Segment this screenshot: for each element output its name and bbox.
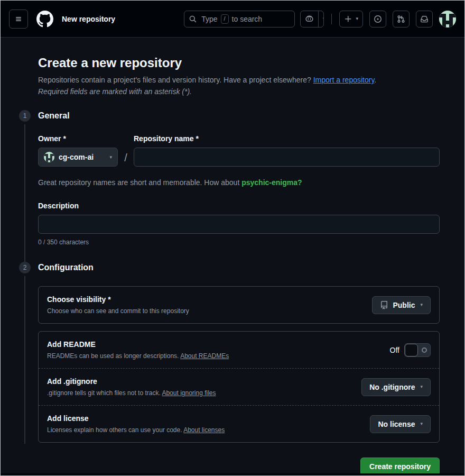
repo-icon — [380, 301, 388, 309]
header-divider — [331, 14, 332, 24]
license-select[interactable]: No license ▾ — [370, 415, 431, 433]
chevron-down-icon: ▾ — [420, 385, 423, 389]
chevron-down-icon: ▾ — [109, 155, 112, 160]
chevron-down-icon: ▾ — [420, 303, 423, 307]
visibility-label: Choose visibility * — [47, 295, 189, 304]
owner-repo-separator: / — [118, 152, 134, 167]
page-intro: Repositories contain a project's files a… — [38, 75, 440, 86]
suggested-name-link[interactable]: psychic-enigma — [241, 178, 297, 187]
toggle-knob — [405, 344, 418, 356]
init-options-card: Add README READMEs can be used as longer… — [38, 331, 440, 443]
owner-avatar — [44, 152, 54, 162]
footer-strip — [1, 473, 464, 475]
chevron-down-icon: ▾ — [420, 422, 423, 426]
user-avatar[interactable] — [439, 11, 456, 28]
section-configuration: 2 Configuration Choose visibility * Choo… — [19, 262, 440, 473]
issues-button[interactable] — [369, 11, 386, 28]
repository-name-input[interactable] — [134, 148, 440, 167]
app-header: New repository Type / to search — [1, 1, 464, 38]
readme-toggle[interactable] — [404, 343, 431, 357]
create-new-button[interactable]: ▾ — [339, 11, 363, 28]
chevron-down-icon: ▾ — [356, 16, 358, 21]
gitignore-description: .gitignore tells git which files not to … — [47, 389, 216, 397]
license-row: Add license Licenses explain how others … — [39, 405, 439, 442]
copilot-icon — [305, 14, 314, 23]
description-input[interactable] — [38, 215, 440, 234]
inbox-icon — [420, 15, 429, 23]
plus-icon — [344, 15, 352, 23]
required-fields-note: Required fields are marked with an aster… — [38, 86, 440, 97]
chevron-down-icon: ▾ — [323, 16, 324, 21]
search-input[interactable]: Type / to search — [184, 11, 295, 28]
license-label: Add license — [47, 414, 225, 423]
step-indicator-1: 1 — [19, 110, 31, 122]
step-indicator-2: 2 — [19, 262, 31, 273]
hamburger-menu-button[interactable] — [9, 10, 28, 29]
github-logo[interactable] — [36, 11, 53, 28]
gitignore-row: Add .gitignore .gitignore tells git whic… — [39, 368, 439, 405]
about-readmes-link[interactable]: About READMEs — [180, 352, 229, 360]
gitignore-value: No .gitignore — [369, 383, 415, 391]
about-ignoring-files-link[interactable]: About ignoring files — [162, 389, 216, 397]
readme-description: READMEs can be used as longer descriptio… — [47, 352, 229, 360]
issues-icon — [374, 15, 382, 23]
import-repository-link[interactable]: Import a repository — [313, 76, 375, 84]
general-section-title: General — [38, 110, 440, 121]
visibility-card: Choose visibility * Choose who can see a… — [38, 286, 440, 324]
visibility-description: Choose who can see and commit to this re… — [47, 307, 189, 315]
page-title: Create a new repository — [38, 56, 440, 70]
visibility-value: Public — [393, 301, 415, 309]
slash-key-hint: / — [221, 14, 229, 24]
inbox-button[interactable] — [416, 11, 433, 28]
main-content: Create a new repository Repositories con… — [1, 38, 464, 473]
hamburger-icon — [14, 15, 23, 23]
about-licenses-link[interactable]: About licenses — [183, 426, 225, 434]
pull-requests-button[interactable] — [393, 11, 410, 28]
readme-label: Add README — [47, 340, 229, 349]
pull-request-icon — [397, 15, 405, 23]
license-value: No license — [378, 420, 415, 428]
step-connector-line — [24, 276, 25, 444]
copilot-dropdown[interactable]: ▾ — [318, 11, 324, 27]
character-counter: 0 / 350 characters — [38, 239, 440, 246]
toggle-off-icon — [418, 344, 430, 356]
visibility-select[interactable]: Public ▾ — [372, 296, 431, 314]
create-repository-button[interactable]: Create repository — [360, 457, 440, 473]
readme-toggle-status: Off — [390, 346, 399, 354]
owner-value: cg-com-ai — [59, 153, 105, 161]
owner-label: Owner * — [38, 134, 118, 143]
readme-row: Add README READMEs can be used as longer… — [39, 332, 439, 368]
step-connector-line — [24, 124, 25, 262]
owner-select[interactable]: cg-com-ai ▾ — [38, 148, 118, 167]
gitignore-select[interactable]: No .gitignore ▾ — [361, 378, 431, 396]
github-new-repository-page: New repository Type / to search — [0, 0, 465, 476]
page-context-title: New repository — [62, 15, 115, 23]
gitignore-label: Add .gitignore — [47, 377, 216, 386]
repository-name-label: Repository name * — [134, 134, 440, 143]
search-icon — [189, 15, 197, 23]
description-label: Description — [38, 202, 440, 210]
license-description: Licenses explain how others can use your… — [47, 426, 225, 434]
search-placeholder: Type / to search — [201, 14, 262, 24]
name-suggestion: Great repository names are short and mem… — [38, 178, 440, 187]
section-general: 1 General Owner * — [19, 110, 440, 262]
copilot-button[interactable]: ▾ — [300, 11, 324, 28]
configuration-section-title: Configuration — [38, 262, 440, 272]
